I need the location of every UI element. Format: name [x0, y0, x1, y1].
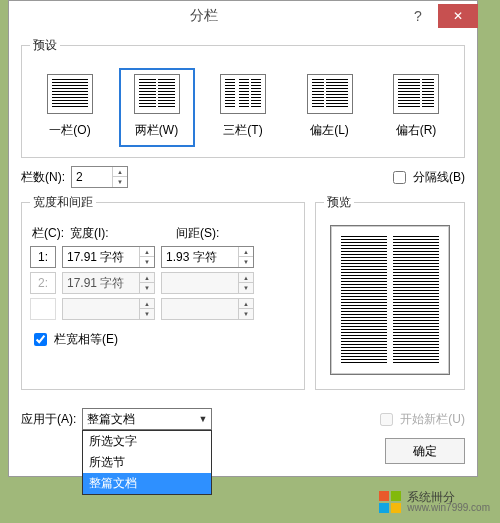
header-spacing: 间距(S):: [176, 225, 276, 242]
spinner-input: [162, 273, 238, 293]
spin-up-icon: ▲: [140, 299, 154, 309]
preview-image: [330, 225, 450, 375]
spinner: ▲▼: [161, 298, 254, 320]
spin-down-icon: ▼: [239, 309, 253, 319]
header-col: 栏(C):: [32, 225, 66, 242]
separator-input[interactable]: [393, 171, 406, 184]
watermark: 系统卌分 www.win7999.com: [379, 491, 490, 513]
preview-legend: 预览: [324, 194, 354, 211]
preview-col: [341, 236, 387, 364]
preview-col: [393, 236, 439, 364]
preset-label: 三栏(T): [209, 122, 277, 139]
preset-right[interactable]: 偏右(R): [378, 68, 454, 147]
spin-up-icon: ▲: [140, 273, 154, 283]
watermark-site: www.win7999.com: [407, 503, 490, 513]
columns-dialog: 分栏 ? ✕ 预设 一栏(O)两栏(W)三栏(T)偏左(L)偏右(R) 栏数(N…: [8, 0, 478, 477]
presets-legend: 预设: [30, 37, 60, 54]
spinner: ▲▼: [161, 272, 254, 294]
preset-three[interactable]: 三栏(T): [205, 68, 281, 147]
dialog-title: 分栏: [9, 7, 398, 25]
row-num: [30, 298, 56, 320]
ms-logo-icon: [379, 491, 401, 513]
start-new-label: 开始新栏(U): [400, 411, 465, 428]
apply-to-option[interactable]: 整篇文档: [83, 473, 211, 494]
preset-icon: [47, 74, 93, 114]
apply-to-dropdown[interactable]: 整篇文档 ▼: [82, 408, 212, 430]
width-spacing-legend: 宽度和间距: [30, 194, 96, 211]
apply-to-label: 应用于(A):: [21, 411, 76, 428]
header-width: 宽度(I):: [70, 225, 172, 242]
spin-up-icon: ▲: [239, 299, 253, 309]
width-spacing-group: 宽度和间距 栏(C): 宽度(I): 间距(S): 1:▲▼▲▼2:▲▼▲▼▲▼…: [21, 194, 305, 390]
spinner[interactable]: ▲▼: [62, 246, 155, 268]
spinner: ▲▼: [62, 298, 155, 320]
close-button[interactable]: ✕: [438, 4, 478, 28]
start-new-checkbox: 开始新栏(U): [376, 410, 465, 429]
apply-to-listbox[interactable]: 所选文字所选节整篇文档: [82, 430, 212, 495]
apply-to-option[interactable]: 所选节: [83, 452, 211, 473]
col-count-input[interactable]: [72, 167, 112, 187]
help-button[interactable]: ?: [398, 8, 438, 24]
column-row-empty: ▲▼▲▼: [30, 298, 296, 320]
spin-down-icon: ▼: [140, 309, 154, 319]
spinner-input[interactable]: [63, 247, 139, 267]
spinner-btns[interactable]: ▲▼: [112, 167, 127, 187]
preset-left[interactable]: 偏左(L): [292, 68, 368, 147]
equal-width-input[interactable]: [34, 333, 47, 346]
spinner-input[interactable]: [162, 247, 238, 267]
preset-icon: [393, 74, 439, 114]
preset-icon: [134, 74, 180, 114]
spin-up-icon[interactable]: ▲: [239, 247, 253, 257]
spinner: ▲▼: [62, 272, 155, 294]
spinner-input: [63, 273, 139, 293]
preset-label: 两栏(W): [123, 122, 191, 139]
presets-group: 预设 一栏(O)两栏(W)三栏(T)偏左(L)偏右(R): [21, 37, 465, 158]
row-num: 2:: [30, 272, 56, 294]
preset-label: 偏左(L): [296, 122, 364, 139]
apply-to-option[interactable]: 所选文字: [83, 431, 211, 452]
equal-width-label: 栏宽相等(E): [54, 331, 118, 348]
ok-button[interactable]: 确定: [385, 438, 465, 464]
dialog-body: 预设 一栏(O)两栏(W)三栏(T)偏左(L)偏右(R) 栏数(N): ▲▼ 分…: [9, 31, 477, 476]
spin-down-icon: ▼: [239, 283, 253, 293]
preset-label: 一栏(O): [36, 122, 104, 139]
spinner-input: [162, 299, 238, 319]
spin-up-icon: ▲: [239, 273, 253, 283]
col-count-label: 栏数(N):: [21, 169, 65, 186]
row-num: 1:: [30, 246, 56, 268]
column-row: 1:▲▼▲▼: [30, 246, 296, 268]
col-count-spinner[interactable]: ▲▼: [71, 166, 128, 188]
titlebar: 分栏 ? ✕: [9, 1, 477, 31]
spin-up-icon[interactable]: ▲: [113, 167, 127, 177]
spin-down-icon: ▼: [140, 283, 154, 293]
preset-two[interactable]: 两栏(W): [119, 68, 195, 147]
close-icon: ✕: [453, 9, 463, 23]
apply-to-value: 整篇文档: [87, 411, 135, 428]
spin-up-icon[interactable]: ▲: [140, 247, 154, 257]
preset-icon: [220, 74, 266, 114]
start-new-input: [380, 413, 393, 426]
spin-down-icon[interactable]: ▼: [239, 257, 253, 267]
preset-one[interactable]: 一栏(O): [32, 68, 108, 147]
separator-label: 分隔线(B): [413, 169, 465, 186]
spinner-input: [63, 299, 139, 319]
preset-icon: [307, 74, 353, 114]
column-row: 2:▲▼▲▼: [30, 272, 296, 294]
chevron-down-icon: ▼: [198, 414, 207, 424]
spin-down-icon[interactable]: ▼: [140, 257, 154, 267]
spin-down-icon[interactable]: ▼: [113, 177, 127, 187]
preset-label: 偏右(R): [382, 122, 450, 139]
preview-group: 预览: [315, 194, 465, 390]
spinner[interactable]: ▲▼: [161, 246, 254, 268]
separator-checkbox[interactable]: 分隔线(B): [389, 168, 465, 187]
equal-width-checkbox[interactable]: 栏宽相等(E): [30, 330, 118, 349]
